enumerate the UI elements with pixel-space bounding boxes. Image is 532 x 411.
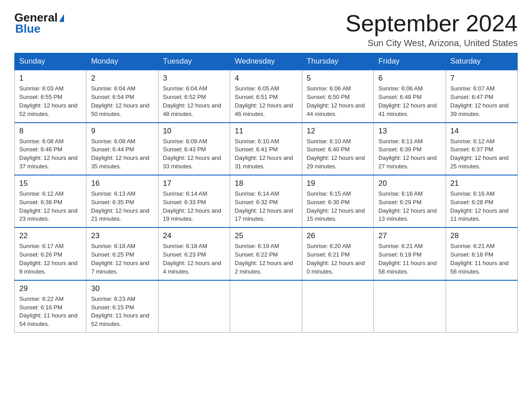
calendar-day-cell: 15Sunrise: 6:12 AMSunset: 6:36 PMDayligh… (15, 175, 86, 227)
calendar-day-cell: 23Sunrise: 6:18 AMSunset: 6:25 PMDayligh… (86, 227, 158, 280)
day-info: Sunrise: 6:14 AMSunset: 6:33 PMDaylight:… (163, 190, 225, 223)
calendar-day-cell: 3Sunrise: 6:04 AMSunset: 6:52 PMDaylight… (158, 70, 230, 122)
empty-cell (302, 280, 373, 333)
day-number: 2 (91, 74, 153, 83)
page-subtitle: Sun City West, Arizona, United States (346, 38, 518, 48)
day-number: 16 (91, 179, 153, 188)
calendar-day-cell: 5Sunrise: 6:06 AMSunset: 6:50 PMDaylight… (302, 70, 373, 122)
day-info: Sunrise: 6:21 AMSunset: 6:18 PMDaylight:… (450, 242, 513, 276)
day-info: Sunrise: 6:10 AMSunset: 6:41 PMDaylight:… (235, 137, 297, 171)
calendar-day-cell: 25Sunrise: 6:19 AMSunset: 6:22 PMDayligh… (230, 227, 302, 280)
day-number: 13 (378, 127, 441, 136)
day-number: 4 (235, 74, 297, 83)
day-info: Sunrise: 6:14 AMSunset: 6:32 PMDaylight:… (235, 190, 297, 223)
day-info: Sunrise: 6:18 AMSunset: 6:25 PMDaylight:… (91, 242, 153, 276)
day-number: 7 (450, 74, 513, 83)
logo-blue: Blue (14, 22, 40, 36)
day-number: 26 (307, 231, 369, 240)
day-info: Sunrise: 6:06 AMSunset: 6:50 PMDaylight:… (307, 85, 369, 118)
calendar-day-cell: 13Sunrise: 6:11 AMSunset: 6:39 PMDayligh… (374, 123, 446, 175)
day-number: 14 (450, 127, 513, 136)
day-number: 11 (235, 127, 297, 136)
weekday-header-saturday: Saturday (446, 53, 517, 70)
weekday-header-wednesday: Wednesday (230, 53, 302, 70)
day-number: 21 (450, 179, 513, 188)
calendar-day-cell: 20Sunrise: 6:16 AMSunset: 6:29 PMDayligh… (374, 175, 446, 227)
calendar-day-cell: 14Sunrise: 6:12 AMSunset: 6:37 PMDayligh… (446, 123, 517, 175)
day-info: Sunrise: 6:22 AMSunset: 6:16 PMDaylight:… (19, 295, 82, 329)
day-number: 30 (91, 284, 153, 293)
page-title: September 2024 (346, 11, 518, 36)
day-number: 6 (378, 74, 441, 83)
day-info: Sunrise: 6:09 AMSunset: 6:43 PMDaylight:… (163, 137, 225, 171)
day-number: 8 (19, 127, 82, 136)
weekday-header-friday: Friday (374, 53, 446, 70)
day-info: Sunrise: 6:08 AMSunset: 6:46 PMDaylight:… (19, 137, 82, 171)
calendar-day-cell: 22Sunrise: 6:17 AMSunset: 6:26 PMDayligh… (15, 227, 86, 280)
empty-cell (158, 280, 230, 333)
day-info: Sunrise: 6:20 AMSunset: 6:21 PMDaylight:… (307, 242, 369, 276)
day-number: 10 (163, 127, 225, 136)
day-number: 3 (163, 74, 225, 83)
calendar-header-row: SundayMondayTuesdayWednesdayThursdayFrid… (15, 53, 518, 70)
day-info: Sunrise: 6:08 AMSunset: 6:44 PMDaylight:… (91, 137, 153, 171)
day-number: 1 (19, 74, 82, 83)
calendar-day-cell: 28Sunrise: 6:21 AMSunset: 6:18 PMDayligh… (446, 227, 517, 280)
day-info: Sunrise: 6:12 AMSunset: 6:37 PMDaylight:… (450, 137, 513, 171)
day-number: 19 (307, 179, 369, 188)
calendar-day-cell: 2Sunrise: 6:04 AMSunset: 6:54 PMDaylight… (86, 70, 158, 122)
empty-cell (230, 280, 302, 333)
calendar-day-cell: 12Sunrise: 6:10 AMSunset: 6:40 PMDayligh… (302, 123, 373, 175)
day-info: Sunrise: 6:13 AMSunset: 6:35 PMDaylight:… (91, 190, 153, 223)
calendar-table: SundayMondayTuesdayWednesdayThursdayFrid… (14, 53, 518, 333)
day-info: Sunrise: 6:16 AMSunset: 6:29 PMDaylight:… (378, 190, 441, 223)
calendar-day-cell: 24Sunrise: 6:18 AMSunset: 6:23 PMDayligh… (158, 227, 230, 280)
logo: General Blue (14, 11, 64, 36)
day-number: 17 (163, 179, 225, 188)
day-info: Sunrise: 6:23 AMSunset: 6:15 PMDaylight:… (91, 295, 153, 329)
day-info: Sunrise: 6:05 AMSunset: 6:51 PMDaylight:… (235, 85, 297, 118)
day-number: 15 (19, 179, 82, 188)
calendar-day-cell: 11Sunrise: 6:10 AMSunset: 6:41 PMDayligh… (230, 123, 302, 175)
weekday-header-tuesday: Tuesday (158, 53, 230, 70)
day-info: Sunrise: 6:11 AMSunset: 6:39 PMDaylight:… (378, 137, 441, 171)
day-number: 27 (378, 231, 441, 240)
calendar-day-cell: 29Sunrise: 6:22 AMSunset: 6:16 PMDayligh… (15, 280, 86, 333)
title-block: September 2024 Sun City West, Arizona, U… (346, 11, 518, 48)
day-info: Sunrise: 6:06 AMSunset: 6:48 PMDaylight:… (378, 85, 441, 118)
day-number: 20 (378, 179, 441, 188)
calendar-day-cell: 26Sunrise: 6:20 AMSunset: 6:21 PMDayligh… (302, 227, 373, 280)
weekday-header-thursday: Thursday (302, 53, 373, 70)
calendar-day-cell: 10Sunrise: 6:09 AMSunset: 6:43 PMDayligh… (158, 123, 230, 175)
calendar-day-cell: 16Sunrise: 6:13 AMSunset: 6:35 PMDayligh… (86, 175, 158, 227)
day-number: 28 (450, 231, 513, 240)
calendar-week-row: 1Sunrise: 6:03 AMSunset: 6:55 PMDaylight… (15, 70, 518, 122)
logo-triangle-icon (59, 14, 64, 22)
day-number: 24 (163, 231, 225, 240)
day-number: 29 (19, 284, 82, 293)
day-info: Sunrise: 6:19 AMSunset: 6:22 PMDaylight:… (235, 242, 297, 276)
day-info: Sunrise: 6:04 AMSunset: 6:52 PMDaylight:… (163, 85, 225, 118)
calendar-day-cell: 6Sunrise: 6:06 AMSunset: 6:48 PMDaylight… (374, 70, 446, 122)
day-info: Sunrise: 6:03 AMSunset: 6:55 PMDaylight:… (19, 85, 82, 118)
day-info: Sunrise: 6:07 AMSunset: 6:47 PMDaylight:… (450, 85, 513, 118)
calendar-week-row: 22Sunrise: 6:17 AMSunset: 6:26 PMDayligh… (15, 227, 518, 280)
empty-cell (446, 280, 517, 333)
day-number: 5 (307, 74, 369, 83)
calendar-day-cell: 18Sunrise: 6:14 AMSunset: 6:32 PMDayligh… (230, 175, 302, 227)
day-info: Sunrise: 6:04 AMSunset: 6:54 PMDaylight:… (91, 85, 153, 118)
day-info: Sunrise: 6:12 AMSunset: 6:36 PMDaylight:… (19, 190, 82, 223)
calendar-day-cell: 9Sunrise: 6:08 AMSunset: 6:44 PMDaylight… (86, 123, 158, 175)
empty-cell (374, 280, 446, 333)
day-info: Sunrise: 6:10 AMSunset: 6:40 PMDaylight:… (307, 137, 369, 171)
calendar-week-row: 15Sunrise: 6:12 AMSunset: 6:36 PMDayligh… (15, 175, 518, 227)
calendar-day-cell: 17Sunrise: 6:14 AMSunset: 6:33 PMDayligh… (158, 175, 230, 227)
weekday-header-sunday: Sunday (15, 53, 86, 70)
day-info: Sunrise: 6:18 AMSunset: 6:23 PMDaylight:… (163, 242, 225, 276)
calendar-day-cell: 4Sunrise: 6:05 AMSunset: 6:51 PMDaylight… (230, 70, 302, 122)
day-number: 22 (19, 231, 82, 240)
day-info: Sunrise: 6:16 AMSunset: 6:28 PMDaylight:… (450, 190, 513, 223)
day-info: Sunrise: 6:17 AMSunset: 6:26 PMDaylight:… (19, 242, 82, 276)
calendar-day-cell: 30Sunrise: 6:23 AMSunset: 6:15 PMDayligh… (86, 280, 158, 333)
calendar-day-cell: 1Sunrise: 6:03 AMSunset: 6:55 PMDaylight… (15, 70, 86, 122)
